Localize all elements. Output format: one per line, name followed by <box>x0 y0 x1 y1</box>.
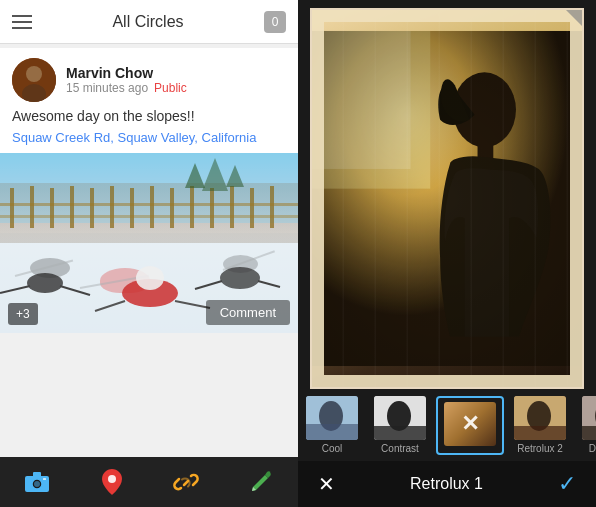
cancel-button[interactable]: ✕ <box>318 472 335 496</box>
photo-content <box>312 10 582 387</box>
top-bar: All Circles 0 <box>0 0 298 44</box>
photo-display <box>298 0 596 389</box>
filter-thumbnail-cool <box>306 396 358 440</box>
filter-label-drama1: Drama 1 <box>589 443 596 454</box>
svg-rect-15 <box>210 188 214 228</box>
filter-item-contrast[interactable]: Contrast <box>366 392 434 458</box>
filter-thumbnail-contrast <box>374 396 426 440</box>
svg-rect-39 <box>43 478 46 480</box>
svg-rect-20 <box>0 215 298 218</box>
bottom-nav <box>0 457 298 507</box>
corner-fold <box>566 10 582 26</box>
right-panel: Cool Contrast ✕ <box>298 0 596 507</box>
svg-rect-16 <box>230 186 234 228</box>
svg-rect-5 <box>10 188 14 228</box>
filter-strip: Cool Contrast ✕ <box>298 389 596 461</box>
page-title: All Circles <box>112 13 183 31</box>
post-image: +3 Comment <box>0 153 298 333</box>
svg-point-37 <box>34 481 40 487</box>
filter-thumbnail-retrolux1: ✕ <box>444 402 496 446</box>
svg-rect-8 <box>70 186 74 228</box>
confirm-button[interactable]: ✓ <box>558 471 576 497</box>
current-filter-name: Retrolux 1 <box>410 475 483 493</box>
action-bar: ✕ Retrolux 1 ✓ <box>298 461 596 507</box>
svg-point-26 <box>136 266 164 290</box>
post-card: Marvin Chow 15 minutes ago Public Awesom… <box>0 48 298 333</box>
filter-label-cool: Cool <box>322 443 343 454</box>
filter-item-retrolux2[interactable]: Retrolux 2 <box>506 392 574 458</box>
filter-label-contrast: Contrast <box>381 443 419 454</box>
svg-rect-14 <box>190 186 194 228</box>
svg-point-29 <box>220 267 260 289</box>
post-header: Marvin Chow 15 minutes ago Public <box>0 48 298 108</box>
svg-point-22 <box>27 273 63 293</box>
post-meta: Marvin Chow 15 minutes ago Public <box>66 65 187 95</box>
image-overlay-actions: +3 Comment <box>0 292 298 333</box>
avatar-image <box>12 58 56 102</box>
location-nav-icon[interactable] <box>98 468 126 496</box>
svg-point-40 <box>108 475 116 483</box>
svg-rect-6 <box>30 186 34 228</box>
svg-rect-10 <box>110 186 114 228</box>
svg-rect-60 <box>582 426 596 440</box>
post-time: 15 minutes ago <box>66 81 148 95</box>
svg-rect-54 <box>374 426 426 440</box>
pencil-nav-icon[interactable] <box>247 468 275 496</box>
post-time-row: 15 minutes ago Public <box>66 81 187 95</box>
active-filter-x-icon: ✕ <box>461 411 479 437</box>
svg-rect-57 <box>514 426 566 440</box>
svg-rect-9 <box>90 188 94 228</box>
svg-rect-11 <box>130 188 134 228</box>
notification-badge[interactable]: 0 <box>264 11 286 33</box>
svg-rect-7 <box>50 188 54 228</box>
filter-item-retrolux1[interactable]: ✕ <box>436 396 504 455</box>
filter-thumbnail-drama1 <box>582 396 596 440</box>
svg-rect-51 <box>306 424 358 440</box>
menu-icon[interactable] <box>12 15 32 29</box>
comment-button[interactable]: Comment <box>206 300 290 325</box>
filter-item-drama1[interactable]: Drama 1 <box>574 392 596 458</box>
post-text: Awesome day on the slopes!! <box>0 108 298 130</box>
camera-nav-icon[interactable] <box>23 468 51 496</box>
svg-rect-19 <box>0 203 298 206</box>
avatar <box>12 58 56 102</box>
post-author: Marvin Chow <box>66 65 187 81</box>
svg-rect-38 <box>33 472 41 477</box>
left-panel: All Circles 0 Marvin Chow 15 <box>0 0 298 507</box>
svg-rect-17 <box>250 188 254 228</box>
post-location[interactable]: Squaw Creek Rd, Squaw Valley, California <box>0 130 298 153</box>
post-visibility: Public <box>154 81 187 95</box>
filter-thumbnail-retrolux2 <box>514 396 566 440</box>
plus-count[interactable]: +3 <box>8 303 38 325</box>
svg-rect-13 <box>170 188 174 228</box>
link-nav-icon[interactable] <box>172 468 200 496</box>
photo-frame <box>310 8 584 389</box>
svg-rect-3 <box>12 58 56 102</box>
svg-rect-12 <box>150 186 154 228</box>
filter-label-retrolux2: Retrolux 2 <box>517 443 563 454</box>
svg-marker-48 <box>566 10 582 26</box>
svg-rect-18 <box>270 186 274 228</box>
filter-item-cool[interactable]: Cool <box>298 392 366 458</box>
